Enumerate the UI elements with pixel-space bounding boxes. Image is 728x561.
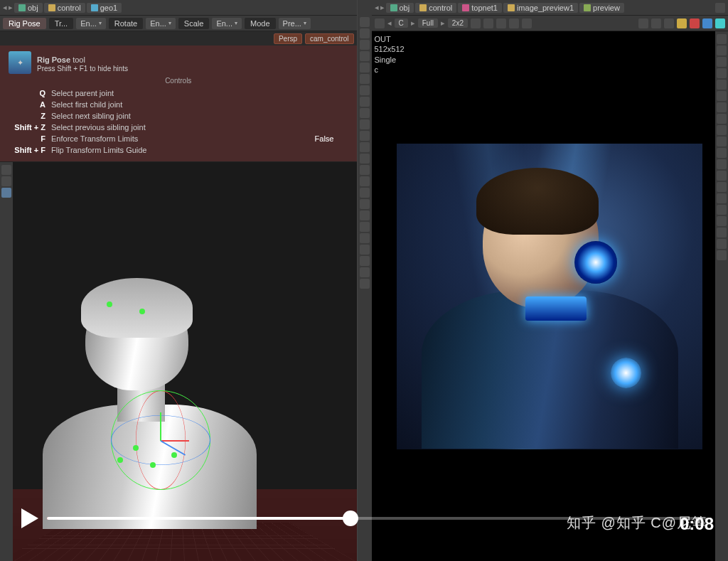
- tab-scale[interactable]: Scale: [178, 18, 210, 29]
- warning-icon[interactable]: [677, 18, 687, 28]
- crumb-control[interactable]: control: [44, 3, 85, 13]
- prev-icon[interactable]: ◂: [387, 18, 392, 28]
- tool-icon[interactable]: [509, 18, 519, 28]
- gizmo-axis-x[interactable]: [161, 440, 189, 442]
- full-button[interactable]: Full: [418, 18, 438, 28]
- rail-btn[interactable]: [717, 102, 727, 112]
- rail-btn[interactable]: [717, 182, 727, 192]
- rail-btn[interactable]: [360, 279, 370, 289]
- rail-btn[interactable]: [717, 114, 727, 124]
- rail-btn[interactable]: [1, 176, 11, 186]
- rail-btn[interactable]: [360, 119, 370, 129]
- rail-btn[interactable]: [360, 85, 370, 95]
- rail-btn[interactable]: [360, 97, 370, 107]
- rail-btn[interactable]: [717, 57, 727, 67]
- forward-icon[interactable]: ▸: [380, 3, 385, 12]
- tool-icon[interactable]: [664, 18, 674, 28]
- home-icon[interactable]: [375, 18, 385, 28]
- rail-btn[interactable]: [717, 205, 727, 215]
- tool-icon[interactable]: [651, 18, 661, 28]
- rail-btn[interactable]: [717, 239, 727, 249]
- rail-btn[interactable]: [360, 256, 370, 266]
- rail-btn[interactable]: [1, 165, 11, 175]
- tool-icon[interactable]: [715, 18, 725, 28]
- rail-btn[interactable]: [360, 17, 370, 27]
- rail-btn[interactable]: [360, 74, 370, 84]
- back-icon[interactable]: ◂: [375, 3, 379, 12]
- play-button[interactable]: [21, 508, 38, 528]
- character-bust[interactable]: [43, 290, 257, 530]
- tool-icon[interactable]: [702, 18, 712, 28]
- tab-mode[interactable]: Mode: [245, 18, 276, 29]
- rail-btn[interactable]: [360, 63, 370, 73]
- persp-button[interactable]: Persp: [274, 33, 302, 44]
- rail-btn[interactable]: [360, 51, 370, 61]
- next-icon[interactable]: ▸: [411, 18, 415, 28]
- rail-btn[interactable]: [1, 188, 11, 198]
- crumb-geo1[interactable]: geo1: [87, 3, 122, 13]
- cam-control-button[interactable]: cam_control: [305, 33, 353, 44]
- tab-rig-pose[interactable]: Rig Pose: [3, 18, 46, 29]
- rail-btn[interactable]: [360, 108, 370, 118]
- rail-btn[interactable]: [360, 199, 370, 209]
- rail-btn[interactable]: [717, 46, 727, 55]
- rail-btn[interactable]: [717, 159, 727, 169]
- rail-btn[interactable]: [360, 165, 370, 175]
- joint-marker[interactable]: [133, 445, 139, 451]
- rail-btn[interactable]: [717, 193, 727, 203]
- rail-btn[interactable]: [360, 233, 370, 243]
- crumb-topnet1[interactable]: topnet1: [458, 3, 502, 13]
- rail-btn[interactable]: [360, 142, 370, 152]
- rail-btn[interactable]: [717, 250, 727, 260]
- panel-menu-icon[interactable]: [715, 3, 725, 13]
- rail-btn[interactable]: [717, 148, 727, 158]
- rail-btn[interactable]: [360, 188, 370, 198]
- rail-btn[interactable]: [360, 210, 370, 220]
- rail-btn[interactable]: [360, 222, 370, 232]
- dropdown-pre[interactable]: Pre...: [279, 18, 311, 29]
- rail-btn[interactable]: [717, 228, 727, 237]
- rotation-gizmo[interactable]: [111, 390, 210, 490]
- c-button[interactable]: C: [395, 18, 408, 28]
- crumb-obj[interactable]: obj: [386, 3, 414, 13]
- rail-btn[interactable]: [717, 34, 727, 44]
- rail-btn[interactable]: [360, 28, 370, 38]
- preview-viewport[interactable]: OUT 512x512 Single c: [372, 31, 729, 561]
- grid-button[interactable]: 2x2: [448, 18, 468, 28]
- tool-icon[interactable]: [471, 18, 481, 28]
- joint-marker[interactable]: [150, 462, 156, 468]
- rail-btn[interactable]: [717, 91, 727, 101]
- rail-btn[interactable]: [360, 267, 370, 277]
- rail-btn[interactable]: [717, 125, 727, 135]
- progress-thumb[interactable]: [343, 511, 358, 526]
- dropdown-2[interactable]: En...: [146, 18, 176, 29]
- magnet-icon[interactable]: [690, 18, 700, 28]
- rail-btn[interactable]: [717, 216, 727, 226]
- rail-btn[interactable]: [360, 176, 370, 186]
- rail-btn[interactable]: [360, 131, 370, 141]
- dropdown-3[interactable]: En...: [212, 18, 242, 29]
- forward-icon[interactable]: ▸: [9, 3, 13, 12]
- rail-btn[interactable]: [717, 68, 727, 78]
- crumb-control[interactable]: control: [415, 3, 456, 13]
- rail-btn[interactable]: [717, 80, 727, 90]
- rail-btn[interactable]: [360, 154, 370, 164]
- rail-btn[interactable]: [360, 245, 370, 255]
- tool-icon[interactable]: [496, 18, 506, 28]
- tool-icon[interactable]: [483, 18, 493, 28]
- rail-btn[interactable]: [360, 40, 370, 50]
- crumb-preview[interactable]: preview: [579, 3, 624, 13]
- next-icon[interactable]: ▸: [441, 18, 445, 28]
- rail-btn[interactable]: [717, 137, 727, 146]
- tab-rotate[interactable]: Rotate: [109, 18, 143, 29]
- dropdown-1[interactable]: En...: [76, 18, 106, 29]
- tool-icon[interactable]: [638, 18, 648, 28]
- tab-translate[interactable]: Tr...: [49, 18, 74, 29]
- back-icon[interactable]: ◂: [3, 3, 7, 12]
- control-icon: [419, 4, 427, 11]
- info-icon[interactable]: [522, 18, 532, 28]
- left-viewport[interactable]: [0, 162, 357, 561]
- rail-btn[interactable]: [717, 171, 727, 181]
- crumb-image-preview[interactable]: image_preview1: [503, 3, 578, 13]
- crumb-obj[interactable]: obj: [14, 3, 43, 13]
